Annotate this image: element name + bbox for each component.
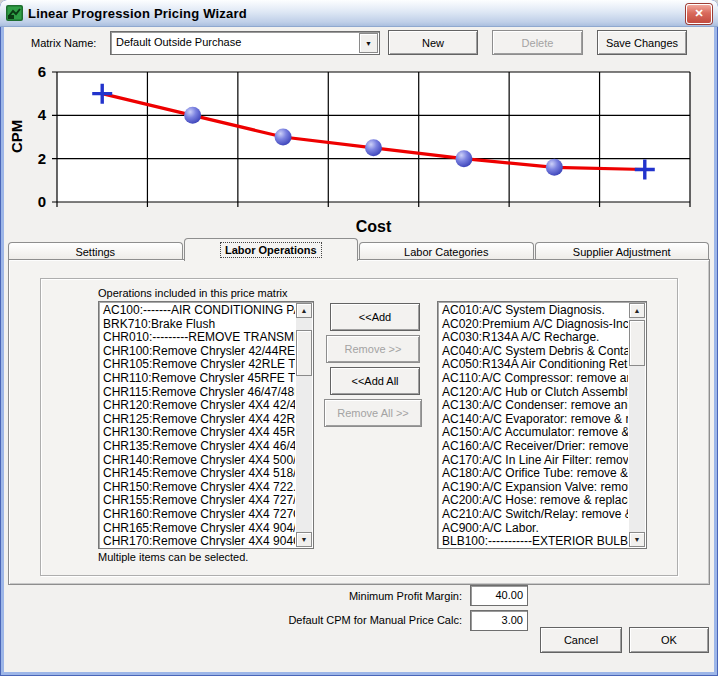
scroll-down-icon[interactable]: ▼ xyxy=(296,532,312,547)
list-item[interactable]: CHR125:Remove Chrysler 4X4 42RLE xyxy=(101,413,295,427)
list-item[interactable]: AC150:A/C Accumulator: remove & repl xyxy=(440,426,628,440)
list-item[interactable]: AC210:A/C Switch/Relay: remove & rep xyxy=(440,508,628,522)
svg-text:0: 0 xyxy=(38,193,46,210)
list-item[interactable]: AC160:A/C Receiver/Drier: remove & re xyxy=(440,440,628,454)
list-item[interactable]: AC200:A/C Hose: remove & replace. xyxy=(440,494,628,508)
min-profit-label: Minimum Profit Margin: xyxy=(100,590,462,602)
svg-text:Cost: Cost xyxy=(356,218,392,235)
list-item[interactable]: CHR160:Remove Chrysler 4X4 727C/T xyxy=(101,508,295,522)
list-item[interactable]: AC180:A/C Orifice Tube: remove & repl. xyxy=(440,467,628,481)
left-list-scrollbar[interactable]: ▲ ▼ xyxy=(296,303,312,547)
matrix-name-combobox[interactable]: Default Outside Purchase ▼ xyxy=(110,31,380,55)
list-item[interactable]: AC130:A/C Condenser: remove and rep xyxy=(440,399,628,413)
group-label: Operations included in this price matrix xyxy=(98,287,288,299)
save-changes-button[interactable]: Save Changes xyxy=(597,30,687,55)
right-list-scrollbar[interactable]: ▲ ▼ xyxy=(629,303,645,547)
list-item[interactable]: CHR170:Remove Chrysler 4X4 904C/T xyxy=(101,535,295,546)
titlebar[interactable]: Linear Progression Pricing Wizard ✕ xyxy=(0,0,718,27)
tab-labor-operations[interactable]: Labor Operations xyxy=(184,238,359,261)
list-item[interactable]: AC110:A/C Compressor: remove and re xyxy=(440,372,628,386)
list-item[interactable]: CHR115:Remove Chrysler 46/47/48RE xyxy=(101,386,295,400)
list-item[interactable]: CHR100:Remove Chrysler 42/44RE Tra xyxy=(101,345,295,359)
multi-select-hint: Multiple items can be selected. xyxy=(98,551,248,563)
included-operations-list[interactable]: AC010:A/C System Diagnosis.AC020:Premium… xyxy=(437,301,647,549)
list-item[interactable]: AC040:A/C System Debris & Contamina xyxy=(440,345,628,359)
list-item[interactable]: CHR010:---------REMOVE TRANSMISS xyxy=(101,331,295,345)
list-item[interactable]: CHR140:Remove Chrysler 4X4 500/42R xyxy=(101,454,295,468)
matrix-name-label: Matrix Name: xyxy=(31,37,96,49)
ok-button[interactable]: OK xyxy=(629,627,709,653)
list-item[interactable]: AC100:-------AIR CONDITIONING PART xyxy=(101,304,295,318)
list-item[interactable]: CHR165:Remove Chrysler 4X4 904/TF xyxy=(101,522,295,536)
min-profit-field[interactable]: 40.00 xyxy=(470,585,528,606)
list-item[interactable]: AC170:A/C In Line Air Filter: remove an xyxy=(440,454,628,468)
pricing-curve-chart: 0246CPMCost xyxy=(0,58,718,238)
window-title: Linear Progression Pricing Wizard xyxy=(28,6,247,21)
list-item[interactable]: AC140:A/C Evaporator: remove & repla xyxy=(440,413,628,427)
app-icon xyxy=(6,5,23,21)
list-item[interactable]: AC120:A/C Hub or Clutch Assembly: rer xyxy=(440,386,628,400)
left-scroll-thumb[interactable] xyxy=(296,330,312,376)
list-item[interactable]: CHR150:Remove Chrysler 4X4 722.6 T xyxy=(101,481,295,495)
tab-strip: Settings Labor Operations Labor Categori… xyxy=(8,240,710,260)
pricing-wizard-window: Linear Progression Pricing Wizard ✕ Matr… xyxy=(0,0,718,676)
list-item[interactable]: CHR135:Remove Chrysler 4X4 46/47/4 xyxy=(101,440,295,454)
remove-all-button[interactable]: Remove All >> xyxy=(324,399,422,427)
cancel-button[interactable]: Cancel xyxy=(540,627,622,653)
list-item[interactable]: AC030:R134A A/C Recharge. xyxy=(440,331,628,345)
scroll-up-icon[interactable]: ▲ xyxy=(629,303,645,318)
list-item[interactable]: AC020:Premium A/C Diagnosis-Includes xyxy=(440,318,628,332)
list-item[interactable]: CHR145:Remove Chrysler 4X4 518/46R xyxy=(101,467,295,481)
svg-text:CPM: CPM xyxy=(8,120,25,153)
list-item[interactable]: AC190:A/C Expansion Valve: remove & xyxy=(440,481,628,495)
available-operations-list[interactable]: AC100:-------AIR CONDITIONING PARTBRK710… xyxy=(98,301,314,549)
default-cpm-label: Default CPM for Manual Price Calc: xyxy=(100,614,462,626)
list-item[interactable]: BLB100:-----------EXTERIOR BULBS----- xyxy=(440,535,628,546)
add-button[interactable]: <<Add xyxy=(330,303,420,331)
delete-button[interactable]: Delete xyxy=(492,30,583,55)
list-item[interactable]: AC900:A/C Labor. xyxy=(440,522,628,536)
right-scroll-thumb[interactable] xyxy=(629,320,645,366)
scroll-up-icon[interactable]: ▲ xyxy=(296,303,312,318)
default-cpm-field[interactable]: 3.00 xyxy=(470,610,528,631)
list-item[interactable]: CHR105:Remove Chrysler 42RLE Trans xyxy=(101,358,295,372)
scroll-down-icon[interactable]: ▼ xyxy=(629,532,645,547)
svg-text:4: 4 xyxy=(38,106,47,123)
new-button[interactable]: New xyxy=(388,30,478,55)
chevron-down-icon[interactable]: ▼ xyxy=(359,33,378,53)
close-button[interactable]: ✕ xyxy=(686,4,712,24)
add-all-button[interactable]: <<Add All xyxy=(330,367,420,395)
list-item[interactable]: CHR110:Remove Chrysler 45RFE Trans xyxy=(101,372,295,386)
list-item[interactable]: CHR120:Remove Chrysler 4X4 42/44R xyxy=(101,399,295,413)
list-item[interactable]: AC050:R134A Air Conditioning Retrofit. xyxy=(440,358,628,372)
list-item[interactable]: CHR155:Remove Chrysler 4X4 727/TF xyxy=(101,494,295,508)
svg-text:6: 6 xyxy=(38,63,46,80)
matrix-name-value: Default Outside Purchase xyxy=(116,36,241,48)
svg-text:2: 2 xyxy=(38,150,46,167)
list-item[interactable]: AC010:A/C System Diagnosis. xyxy=(440,304,628,318)
remove-button[interactable]: Remove >> xyxy=(326,335,420,363)
list-item[interactable]: BRK710:Brake Flush xyxy=(101,318,295,332)
list-item[interactable]: CHR130:Remove Chrysler 4X4 45RFE xyxy=(101,426,295,440)
